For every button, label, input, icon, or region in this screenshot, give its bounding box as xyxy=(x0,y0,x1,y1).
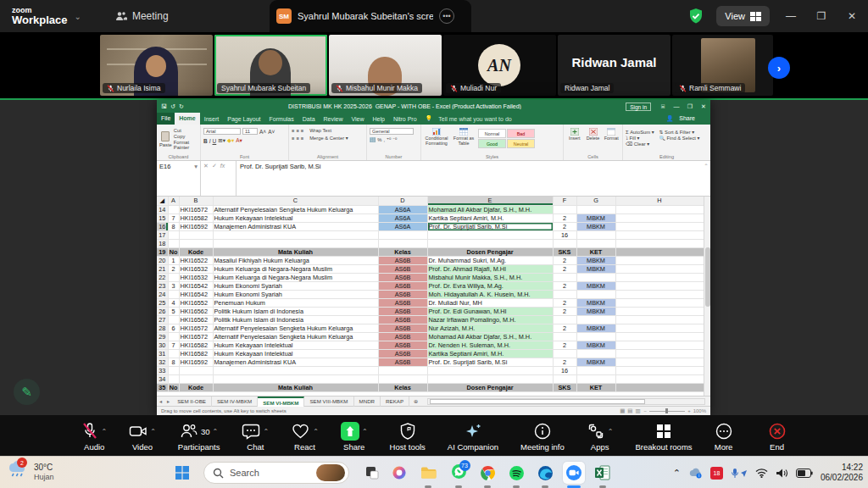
column-header-a[interactable]: A xyxy=(168,197,179,205)
align-left-icon[interactable]: ≡ xyxy=(292,136,294,141)
tab-meeting[interactable]: Meeting xyxy=(115,10,169,22)
cell[interactable] xyxy=(553,332,576,341)
cell[interactable]: Masailul Fikhiyah Hukum Keluarga xyxy=(213,256,378,264)
cell[interactable]: HKI16582 xyxy=(179,341,213,349)
cut-button[interactable]: Cut xyxy=(174,128,198,133)
cell[interactable]: HKI16572 xyxy=(179,324,213,332)
cell[interactable]: Kelas xyxy=(378,383,427,391)
cell[interactable]: 2 xyxy=(553,341,576,349)
cell[interactable]: MBKM xyxy=(576,214,615,222)
insert-function-icon[interactable]: fx xyxy=(220,163,225,194)
font-color-button[interactable]: A▾ xyxy=(236,137,242,144)
selected-cell[interactable]: Prof. Dr. Suprijati Sarib, M.Si xyxy=(427,222,553,230)
cell[interactable]: MBKM xyxy=(576,264,615,273)
font-size-select[interactable]: 11 xyxy=(242,128,258,135)
whatsapp-button[interactable]: 73 xyxy=(448,462,470,484)
row-number[interactable]: 27 xyxy=(157,315,168,324)
participant-tile-muliadi[interactable]: AN Muliadi Nur xyxy=(443,35,556,96)
breakout-rooms-button[interactable]: Breakout rooms xyxy=(625,420,704,452)
host-tools-button[interactable]: Host tools xyxy=(379,420,437,452)
cell[interactable]: 2 xyxy=(553,298,576,307)
style-neutral[interactable]: Neutral xyxy=(507,139,535,148)
cell[interactable]: Manajemen Administrasi KUA xyxy=(213,358,378,366)
cell[interactable]: Mohamad Ali Akbar Djafar, S.H., M.H. xyxy=(427,332,553,341)
cell[interactable]: Prof. Dr. Suprijati Sarib, M.Si xyxy=(427,358,553,366)
cell[interactable] xyxy=(553,349,576,358)
participants-button[interactable]: 30 ⌃ Participants xyxy=(167,420,231,452)
column-header-g[interactable]: G xyxy=(576,197,615,205)
cell[interactable]: Dr. Muliadi Nur, MH xyxy=(427,298,553,307)
align-bottom-icon[interactable]: ≡ xyxy=(301,128,303,133)
video-button[interactable]: ⌃ Video xyxy=(118,420,167,452)
cell[interactable]: Mata Kuliah xyxy=(213,247,378,256)
sheet-tab-sem4[interactable]: SEM IV-MBKM xyxy=(212,396,258,407)
cell[interactable]: 5 xyxy=(168,307,179,315)
chat-button[interactable]: ⌃ Chat xyxy=(231,420,280,452)
more-button[interactable]: More xyxy=(704,420,744,452)
cell[interactable] xyxy=(213,374,378,383)
cell[interactable]: Kode xyxy=(179,383,213,391)
tab-formulas[interactable]: Formulas xyxy=(265,116,298,122)
cell[interactable]: Kartika Septiani Amiri, M.H. xyxy=(427,349,553,358)
cell[interactable]: Moh. Hidayatullah A. K. Husein, M.H. xyxy=(427,290,553,298)
sheet-nav-right-icon[interactable]: ▸ xyxy=(164,398,172,404)
cell[interactable]: 6 xyxy=(168,324,179,332)
cell[interactable]: HKI16562 xyxy=(179,315,213,324)
cell[interactable]: MBKM xyxy=(576,341,615,349)
comma-button[interactable]: , xyxy=(383,137,385,142)
cell[interactable] xyxy=(615,247,704,256)
cell[interactable]: AS6B xyxy=(378,298,427,307)
cell[interactable]: HKI16582 xyxy=(179,349,213,358)
cell[interactable]: Hukum Ekonomi Syariah xyxy=(213,290,378,298)
column-header-b[interactable]: B xyxy=(179,197,213,205)
cell[interactable]: KET xyxy=(576,383,615,391)
style-bad[interactable]: Bad xyxy=(507,129,535,138)
cell[interactable]: Hukum Ekonomi Syariah xyxy=(213,281,378,290)
cell[interactable] xyxy=(615,366,704,374)
cell[interactable]: AS6A xyxy=(378,222,427,230)
align-top-icon[interactable]: ≡ xyxy=(292,128,294,133)
number-format-select[interactable]: General xyxy=(370,128,414,135)
cell[interactable]: Hukum Kekayaan Intelektual xyxy=(213,341,378,349)
cell[interactable]: HKI16542 xyxy=(179,290,213,298)
cell[interactable] xyxy=(615,383,704,391)
cell[interactable]: AS6B xyxy=(378,358,427,366)
battery-icon[interactable] xyxy=(796,469,813,478)
cell[interactable]: HKI16522 xyxy=(179,256,213,264)
cell[interactable]: Hukum Kekayaan Intelektual xyxy=(213,214,378,222)
weather-widget[interactable]: 2 30°C Hujan xyxy=(7,460,54,484)
tab-page-layout[interactable]: Page Layout xyxy=(223,116,264,122)
cell[interactable]: AS6B xyxy=(378,315,427,324)
insert-cells-button[interactable]: Insert xyxy=(566,127,583,141)
cell[interactable]: AS6A xyxy=(378,214,427,222)
cell[interactable]: AS6B xyxy=(378,264,427,273)
tray-expand-chevron-icon[interactable]: ⌃ xyxy=(673,468,681,479)
cell[interactable]: 8 xyxy=(168,358,179,366)
cell[interactable] xyxy=(427,374,553,383)
cell[interactable]: AS6B xyxy=(378,332,427,341)
cell[interactable]: No xyxy=(168,383,179,391)
cell[interactable] xyxy=(553,374,576,383)
edge-button[interactable] xyxy=(534,462,556,484)
format-as-table-button[interactable]: Format as Table xyxy=(451,127,476,147)
end-meeting-button[interactable]: End xyxy=(744,420,798,452)
tab-nitro-pro[interactable]: Nitro Pro xyxy=(389,116,421,122)
cell[interactable] xyxy=(378,230,427,239)
cell[interactable]: MBKM xyxy=(576,298,615,307)
cell[interactable]: 2 xyxy=(553,256,576,264)
cell[interactable]: Mata Kuliah xyxy=(213,383,378,391)
tab-view[interactable]: View xyxy=(348,116,369,122)
share-options-chevron-icon[interactable]: ⌃ xyxy=(362,424,368,441)
align-right-icon[interactable]: ≡ xyxy=(301,136,303,141)
tab-review[interactable]: Review xyxy=(320,116,348,122)
cell[interactable] xyxy=(576,349,615,358)
row-number[interactable]: 30 xyxy=(157,341,168,349)
annotation-pencil-button[interactable]: ✎ xyxy=(14,379,40,405)
cell[interactable]: Hukum Keluarga di Negara-Negara Muslim xyxy=(213,273,378,281)
tab-help[interactable]: Help xyxy=(369,116,389,122)
participant-tile-ridwan[interactable]: Ridwan Jamal Ridwan Jamal xyxy=(558,35,670,96)
cell[interactable] xyxy=(615,358,704,366)
cell[interactable]: Penemuan Hukum xyxy=(213,298,378,307)
participant-tile-ramli[interactable]: Ramli Semmawi xyxy=(672,35,773,96)
mic-location-icon[interactable] xyxy=(731,468,748,479)
